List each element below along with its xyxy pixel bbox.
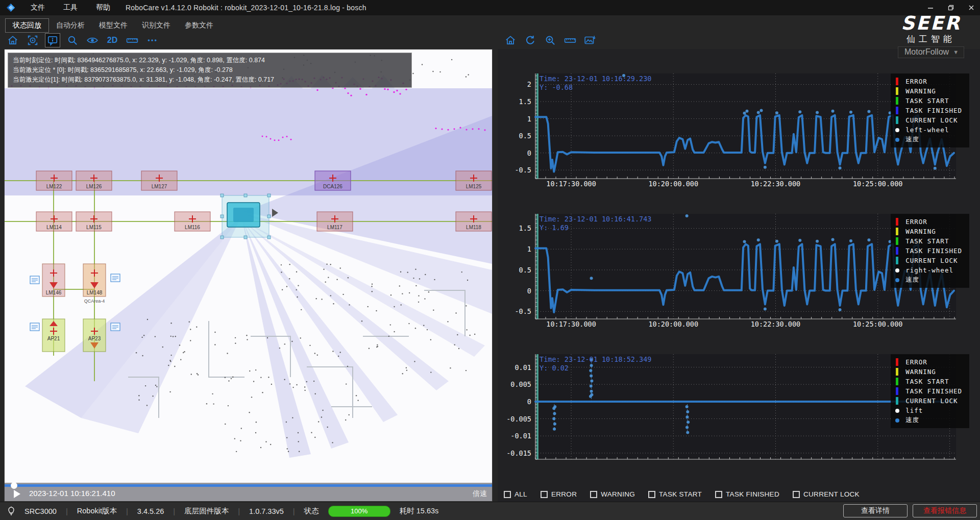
legend-label: CURRENT LOCK [905, 257, 958, 264]
legend-label: 速度 [905, 135, 919, 144]
station-LM118[interactable]: LM118 [456, 212, 492, 231]
product-dropdown[interactable]: MotorFollow ▼ [898, 46, 964, 58]
status-divider: | [126, 507, 128, 515]
station-LM122[interactable]: LM122 [36, 171, 72, 190]
legend-label: TASK FINISHED [905, 107, 962, 114]
station-LM125[interactable]: LM125 [456, 171, 492, 190]
ruler-icon[interactable] [125, 33, 140, 47]
playback-speed-label[interactable]: 倍速 [473, 489, 487, 499]
play-button[interactable] [14, 490, 20, 498]
menu-item-2[interactable]: 帮助 [96, 3, 110, 12]
station-AP23[interactable]: AP23 [83, 319, 106, 352]
playback-slider-thumb[interactable] [11, 482, 17, 489]
map-toolbar: 2D [5, 33, 160, 48]
filter-label: ALL [514, 490, 527, 498]
view-details-button[interactable]: 查看详情 [843, 504, 908, 517]
checkbox[interactable] [715, 491, 722, 498]
localization-line-0: 当前时刻定位: 时间戳: 8364946276875.0, x: 22.329,… [13, 56, 407, 65]
minimize-button[interactable] [927, 4, 934, 11]
svg-text:2: 2 [527, 80, 531, 88]
status-item-2: 3.4.5.26 [137, 507, 164, 515]
filter-all[interactable]: ALL [504, 490, 527, 498]
svg-text:10:22:30.000: 10:22:30.000 [751, 320, 801, 328]
home-icon[interactable] [503, 33, 518, 47]
svg-text:LM126: LM126 [86, 184, 102, 189]
export-image-icon[interactable] [582, 33, 598, 47]
tab-0[interactable]: 状态回放 [5, 18, 49, 33]
station-LM116[interactable]: LM116 [175, 212, 210, 231]
tab-2[interactable]: 模型文件 [92, 18, 135, 33]
legend-swatch [895, 128, 899, 132]
filter-current-lock[interactable]: CURRENT LOCK [793, 490, 860, 498]
playback-timestamp: 2023-12-01 10:16:21.410 [29, 489, 115, 498]
checkbox[interactable] [590, 491, 597, 498]
svg-text:LM116: LM116 [185, 225, 200, 230]
home-icon[interactable] [5, 33, 20, 47]
legend-label: WARNING [905, 228, 936, 235]
notification-icon[interactable] [7, 506, 15, 516]
map-view[interactable]: LM122LM126LM127DCA126LM125LM114LM115LM11… [4, 49, 493, 502]
chart-lift-speed[interactable]: 0.010.0050-0.005-0.01-0.015Time: 23-12-0… [503, 348, 977, 483]
filter-error[interactable]: ERROR [541, 490, 577, 498]
2d-icon[interactable]: 2D [105, 33, 120, 47]
info-icon[interactable] [45, 33, 60, 47]
title-bar: 文件工具帮助 RoboCare v1.4.12.0 Robokit : robo… [0, 0, 980, 15]
search-icon[interactable] [65, 33, 80, 47]
playback-slider[interactable] [5, 484, 492, 487]
station-AP21[interactable]: AP21 [42, 319, 65, 352]
filter-task-finished[interactable]: TASK FINISHED [715, 490, 779, 498]
svg-text:Time: 23-12-01 10:16:29.230: Time: 23-12-01 10:16:29.230 [540, 75, 651, 83]
svg-text:1: 1 [527, 115, 531, 123]
svg-text:DCA126: DCA126 [323, 184, 342, 189]
svg-text:LM122: LM122 [46, 184, 62, 189]
svg-text:QCArea-4: QCArea-4 [84, 299, 105, 304]
more-icon[interactable] [144, 33, 160, 47]
legend-swatch [896, 368, 898, 376]
tab-4[interactable]: 参数文件 [178, 18, 220, 33]
view-errors-button[interactable]: 查看报错信息 [913, 504, 977, 517]
svg-text:-0.5: -0.5 [514, 307, 531, 315]
capture-icon[interactable] [25, 33, 40, 47]
close-button[interactable] [968, 4, 975, 11]
tab-3[interactable]: 识别文件 [135, 18, 178, 33]
station-DCA126[interactable]: DCA126 [315, 171, 351, 190]
chart-right-wheel-speed[interactable]: 1.510.50-0.510:17:30.00010:20:00.00010:2… [503, 208, 977, 343]
refresh-icon[interactable] [523, 33, 538, 47]
zoom-in-icon[interactable] [543, 33, 558, 47]
restore-button[interactable] [947, 4, 954, 11]
legend-label: lift [905, 407, 923, 414]
legend-swatch [895, 138, 899, 142]
filter-warning[interactable]: WARNING [590, 490, 635, 498]
status-item-1: Robokit版本 [77, 506, 117, 516]
svg-text:1.5: 1.5 [519, 224, 531, 232]
ruler-icon[interactable] [562, 33, 578, 47]
checkbox[interactable] [648, 491, 655, 498]
filter-label: TASK START [659, 490, 702, 498]
tab-1[interactable]: 自动分析 [49, 18, 92, 33]
checkbox[interactable] [793, 491, 800, 498]
station-LM115[interactable]: LM115 [76, 212, 112, 231]
status-divider: | [173, 507, 175, 515]
chart-left-wheel-speed[interactable]: 21.510.50-0.510:17:30.00010:20:00.00010:… [503, 67, 977, 203]
svg-text:-0.005: -0.005 [506, 415, 531, 423]
station-LM146[interactable]: LM146 [42, 264, 65, 296]
station-LM127[interactable]: LM127 [141, 171, 177, 190]
legend-label: TASK FINISHED [905, 387, 962, 395]
seer-logo: SEER [888, 14, 974, 33]
chevron-down-icon: ▼ [953, 49, 959, 55]
localization-line-1: 当前激光定位 * [0]: 时间戳: 8365291685875, x: 22.… [13, 65, 407, 75]
station-LM114[interactable]: LM114 [36, 212, 72, 231]
svg-text:-0.015: -0.015 [506, 449, 531, 457]
station-LM126[interactable]: LM126 [76, 171, 112, 190]
menu-item-1[interactable]: 工具 [63, 3, 78, 12]
filter-task-start[interactable]: TASK START [648, 490, 702, 498]
eye-icon[interactable] [85, 33, 100, 47]
event-filter-row: ALLERRORWARNINGTASK STARTTASK FINISHEDCU… [504, 490, 860, 498]
menu-item-0[interactable]: 文件 [31, 3, 45, 12]
checkbox[interactable] [504, 491, 511, 498]
window-title: RoboCare v1.4.12.0 Robokit : robokit_202… [126, 4, 366, 12]
map-canvas[interactable]: LM122LM126LM127DCA126LM125LM114LM115LM11… [5, 49, 492, 501]
checkbox[interactable] [541, 491, 548, 498]
legend-swatch [896, 87, 898, 95]
station-LM117[interactable]: LM117 [317, 212, 353, 231]
